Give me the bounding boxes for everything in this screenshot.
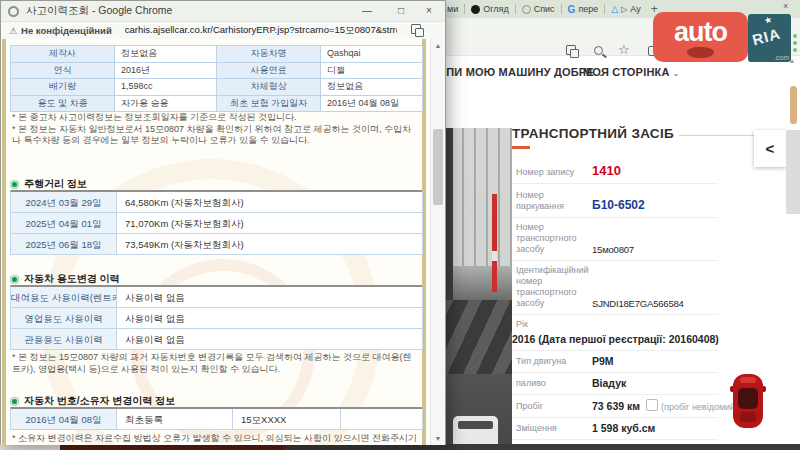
list-icon (522, 5, 531, 14)
table-header-cell: 연식 (11, 63, 115, 80)
report-note: * 본 중고차 사고이력정보는 정보조회일자를 기준으로 작성된 것입니다. *… (12, 112, 418, 147)
google-icon: G (568, 4, 576, 15)
table-value-cell: 1,598cc (115, 79, 217, 96)
page-favicon-icon (8, 6, 19, 17)
table-value-cell: 2016년 04월 08일 (321, 96, 423, 113)
table-header-cell: 용도 및 차종 (11, 96, 115, 113)
report-content: 제작사 정보없음 자동차명 Qashqai 연식 2016년 사용연료 디젤 배… (1, 39, 430, 445)
field-value: Віадук (592, 377, 626, 389)
zoom-icon[interactable] (594, 46, 603, 55)
nav-item-my-page[interactable]: МОЯ СТОРІНКА⌄ (583, 66, 680, 78)
field-label: Номер паркування (516, 190, 588, 212)
table-header-cell: 자동차명 (217, 46, 321, 63)
tab-label: ми (447, 4, 458, 14)
field-value: 1410 (592, 163, 621, 178)
field-label: Номер транспортного засобу (516, 222, 588, 255)
scroll-up-icon[interactable]: ▲ (431, 42, 445, 49)
photo-red-pole (492, 194, 497, 292)
table-header-cell: 제작사 (11, 46, 115, 63)
usage-table: 대여용도 사용이력(렌트카) 사용이력 없음 영업용도 사용이력 사용이력 없음… (10, 285, 422, 350)
detail-row-year: Рік 2016 (Дата першої реєстрації: 201604… (512, 315, 718, 351)
table-value-cell: 정보없음 (321, 79, 423, 96)
maximize-button[interactable]: □ (387, 1, 415, 21)
field-label: Номер запису (516, 167, 588, 178)
minimize-button[interactable]: — (353, 1, 381, 21)
report-note: * 본 정보는 15모0807 차량의 과거 자동차번호 변경기록을 모두 검색… (12, 352, 418, 375)
section-title: 자동차 번호/소유자 변경이력 정보 (24, 394, 175, 408)
not-secure-warning-icon: ⚠ (9, 26, 17, 36)
field-value: 2016 (Дата першої реєстрації: 20160408) (512, 333, 718, 345)
background-tab-translate[interactable]: Gпере (562, 4, 605, 15)
logo-ria-text: RIA (750, 25, 782, 49)
background-tab-au[interactable]: △▷Ау (605, 4, 646, 14)
translate-icon[interactable] (566, 45, 578, 57)
listing-photo[interactable] (440, 128, 512, 447)
mileage-table: 2024년 03월 29일 64,580Km (자동차보험회사) 2025년 0… (10, 190, 422, 255)
nav-item-buy-my-car[interactable]: КУПИ МОЮ МАШИНУ ДОБРЕ⌄ (432, 66, 604, 78)
field-value: 1 598 куб.см (592, 422, 655, 434)
section-title: 자동차 용도변경 이력 (24, 272, 120, 286)
popup-scrollbar[interactable]: ▲ ▼ (430, 39, 445, 445)
tab-label: пере (578, 4, 598, 14)
auto-ria-logo-auto[interactable]: auto (653, 12, 748, 62)
popup-urlbar[interactable]: ⚠ Не конфіденційний carhis.ajsellcar.co.… (1, 21, 445, 40)
detail-row-displacement: Зміщення 1 598 куб.см (512, 418, 718, 440)
usage-value-cell: 사용이력 없음 (117, 287, 423, 308)
background-close-button[interactable]: × (783, 1, 788, 11)
bookmark-star-icon[interactable]: ☆ (618, 42, 630, 57)
translate-icon[interactable] (411, 24, 423, 36)
section-title: ТРАНСПОРТНИЙ ЗАСІБ (512, 126, 679, 141)
usage-type-cell: 관용용도 사용이력 (11, 329, 117, 350)
nav-label: КУПИ МОЮ МАШИНУ ДОБРЕ (432, 66, 594, 78)
nav-label: МОЯ СТОРІНКА (583, 66, 670, 78)
table-value-cell: Qashqai (321, 46, 423, 63)
table-value-cell: 자가용 승용 (115, 96, 217, 113)
drive-icon: △ (611, 4, 618, 14)
table-header-cell: 사용연료 (217, 63, 321, 80)
note-line: * 본 정보는 자동차 일반정보로서 15모0807 차량을 확인하기 위하여 … (12, 124, 418, 147)
table-header-cell: 최초 보험 가입일자 (217, 96, 321, 113)
section-title: 주행거리 정보 (24, 177, 87, 191)
mileage-unknown-checkbox[interactable] (646, 399, 658, 411)
field-label: Тип двигуна (516, 356, 588, 367)
security-label: Не конфіденційний (21, 25, 112, 36)
field-label: Зміщення (516, 423, 588, 434)
date-cell: 2025년 06월 18일 (11, 234, 117, 255)
gallery-prev-button[interactable]: < (754, 130, 786, 167)
url-text[interactable]: carhis.ajsellcar.co.kr/CarhistoryERP.jsp… (125, 24, 397, 37)
date-cell: 2025년 04월 01일 (11, 213, 117, 234)
empty-cell (341, 409, 423, 430)
background-tab-spys[interactable]: Спис (516, 4, 561, 14)
scroll-down-icon[interactable]: ▼ (431, 435, 445, 442)
table-header-cell: 배기량 (11, 79, 115, 96)
screen: ми Огляд Спис Gпере △▷Ау + × ☆ auto ★ RI… (0, 0, 800, 450)
table-value-cell: 정보없음 (115, 46, 217, 63)
red-car-image (730, 373, 766, 429)
section-mileage-header: 주행거리 정보 (10, 177, 87, 191)
table-header-cell: 차체형상 (217, 79, 321, 96)
green-bullet-icon (10, 397, 19, 406)
auto-ria-logo-ria[interactable]: ★ RIA .com (748, 14, 791, 62)
registration-cell: 최초등록 (117, 409, 233, 430)
page-scrollbar-thumb[interactable] (790, 86, 797, 124)
popup-titlebar[interactable]: 사고이력조회 - Google Chrome — □ × (1, 1, 445, 21)
report-note: * 소유자 변경이력은 자료수집 방법상 오류가 발생할 수 있으니, 의심되는… (12, 433, 418, 445)
field-value: Б10-6502 (592, 198, 645, 212)
field-label: Рік (512, 319, 588, 330)
detail-row-engine: Тип двигуна P9M (512, 351, 718, 373)
green-dot (793, 41, 797, 45)
field-label: Пробіг (516, 401, 588, 412)
table-value-cell: 2016년 (115, 63, 217, 80)
field-label: паливо (516, 378, 588, 389)
page-scroll-up-icon[interactable]: ▴ (790, 56, 794, 65)
background-tab-oglyad[interactable]: Огляд (465, 4, 514, 14)
scrollbar-thumb[interactable] (433, 129, 443, 205)
green-dot (793, 48, 797, 52)
tab-label: Ау (630, 4, 640, 14)
green-dot (793, 34, 797, 38)
chevron-down-icon: ⌄ (673, 69, 680, 78)
close-button[interactable]: × (415, 1, 443, 21)
section-usage-header: 자동차 용도변경 이력 (10, 272, 120, 286)
play-icon: ▷ (621, 5, 627, 14)
window-title: 사고이력조회 - Google Chrome (26, 4, 172, 18)
